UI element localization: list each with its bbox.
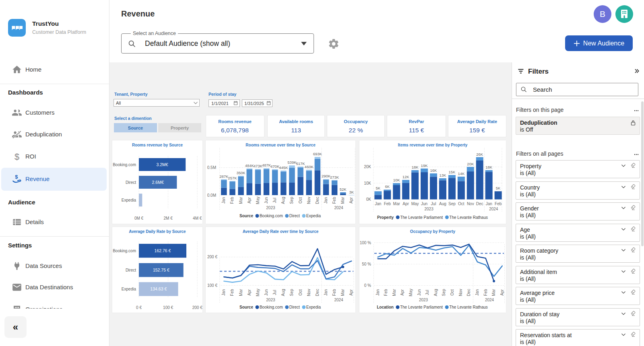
svg-text:52K: 52K [340, 187, 347, 192]
svg-text:May: May [409, 289, 413, 297]
svg-text:Sep: Sep [448, 202, 456, 206]
svg-text:Direct: Direct [289, 305, 300, 309]
svg-text:Rooms revenue by Source: Rooms revenue by Source [132, 143, 183, 147]
svg-text:$: $ [15, 174, 18, 180]
svg-text:257K: 257K [228, 176, 237, 180]
svg-text:13K: 13K [439, 173, 446, 177]
svg-text:2.6M€: 2.6M€ [152, 180, 164, 185]
svg-text:2023: 2023 [419, 298, 428, 302]
svg-text:Location: Location [377, 305, 394, 309]
svg-text:Feb: Feb [384, 289, 388, 296]
svg-text:Sep: Sep [289, 197, 294, 204]
svg-text:0K: 0K [366, 197, 372, 202]
svg-text:Dec: Dec [315, 289, 320, 296]
svg-text:Feb: Feb [332, 197, 336, 204]
svg-text:3.2M€: 3.2M€ [157, 162, 168, 167]
svg-text:Dec: Dec [315, 197, 320, 204]
svg-text:Direct: Direct [289, 214, 300, 218]
svg-text:460K: 460K [305, 165, 314, 169]
svg-text:12K: 12K [402, 175, 410, 179]
svg-text:Jan: Jan [475, 289, 479, 296]
svg-text:2024: 2024 [334, 206, 343, 210]
svg-text:Aug: Aug [439, 202, 446, 206]
svg-text:2024: 2024 [489, 207, 498, 211]
svg-text:0 %: 0 % [364, 283, 371, 288]
svg-text:Booking.com: Booking.com [113, 249, 136, 253]
svg-text:Source: Source [239, 214, 253, 218]
svg-text:Dec: Dec [476, 202, 483, 206]
svg-text:Jan: Jan [375, 202, 381, 206]
svg-text:350K: 350K [236, 171, 246, 175]
svg-text:445K: 445K [279, 165, 288, 170]
svg-text:517K: 517K [296, 161, 305, 166]
svg-text:Jun: Jun [264, 289, 268, 296]
svg-text:10K: 10K [393, 178, 400, 182]
svg-text:100 %: 100 % [360, 241, 371, 245]
svg-text:Expedia: Expedia [306, 214, 321, 218]
svg-text:Nov: Nov [467, 202, 474, 206]
svg-text:Dec: Dec [466, 289, 471, 296]
svg-text:Jan: Jan [221, 289, 226, 296]
svg-text:Apr: Apr [349, 289, 353, 296]
svg-text:Feb: Feb [495, 202, 502, 206]
svg-text:Jul: Jul [272, 198, 277, 203]
svg-text:100 €: 100 € [207, 283, 217, 288]
svg-text:May: May [256, 197, 260, 204]
svg-text:0.0M: 0.0M [207, 193, 216, 198]
svg-text:18K: 18K [412, 165, 419, 169]
svg-text:Apr: Apr [349, 197, 353, 204]
svg-text:2024: 2024 [485, 298, 494, 302]
svg-text:134.63 €: 134.63 € [150, 286, 167, 291]
svg-text:Expedia: Expedia [306, 305, 321, 309]
svg-text:484K: 484K [245, 163, 254, 168]
svg-text:Apr: Apr [247, 197, 252, 204]
svg-text:Apr: Apr [500, 289, 504, 296]
svg-text:Jan: Jan [486, 202, 492, 206]
svg-text:Oct: Oct [450, 289, 454, 296]
svg-text:0 €: 0 € [136, 305, 142, 310]
svg-text:Items revenue over time by Pro: Items revenue over time by Property [398, 143, 468, 147]
svg-text:26K: 26K [476, 152, 483, 157]
svg-text:487K: 487K [262, 163, 271, 167]
svg-text:Jan: Jan [324, 289, 328, 296]
svg-text:Mar: Mar [341, 197, 345, 204]
svg-text:Nov: Nov [458, 289, 463, 296]
svg-text:Oct: Oct [458, 202, 464, 206]
svg-text:The Levante Rathaus: The Levante Rathaus [449, 215, 488, 220]
svg-text:Occupancy by Property: Occupancy by Property [410, 229, 456, 234]
svg-text:May: May [411, 202, 419, 206]
svg-text:Mar: Mar [239, 289, 243, 296]
svg-text:Average Daily Rate by Source: Average Daily Rate by Source [129, 229, 186, 234]
svg-text:20K: 20K [364, 165, 371, 169]
svg-text:Jun: Jun [417, 289, 421, 296]
svg-text:Jan: Jan [324, 197, 328, 204]
svg-text:Nov: Nov [307, 197, 311, 204]
svg-text:539K: 539K [287, 160, 297, 165]
svg-text:0M €: 0M € [134, 216, 144, 220]
svg-text:Source: Source [239, 305, 253, 309]
svg-text:The Levante Parliament: The Levante Parliament [400, 215, 443, 220]
svg-text:4M €: 4M € [193, 216, 202, 220]
svg-text:Booking.com: Booking.com [260, 214, 283, 218]
svg-text:Mar: Mar [392, 289, 396, 296]
svg-text:3K: 3K [349, 190, 354, 194]
svg-text:Feb: Feb [483, 289, 488, 296]
svg-text:Aug: Aug [433, 289, 438, 296]
svg-text:Aug: Aug [281, 289, 285, 296]
svg-text:Mar: Mar [393, 202, 400, 206]
svg-text:Apr: Apr [247, 289, 252, 296]
svg-text:693K: 693K [313, 152, 322, 156]
svg-text:473K: 473K [254, 164, 263, 168]
svg-text:Mar: Mar [239, 197, 243, 204]
svg-text:May: May [256, 289, 260, 297]
svg-text:15K: 15K [448, 170, 456, 174]
svg-text:Expedia: Expedia [122, 287, 136, 291]
svg-text:Apr: Apr [400, 289, 405, 296]
svg-text:Booking.com: Booking.com [260, 305, 283, 309]
svg-text:6K: 6K [385, 184, 390, 189]
svg-text:Property: Property [377, 215, 394, 220]
svg-text:Jan: Jan [376, 289, 380, 296]
svg-text:Feb: Feb [332, 289, 336, 296]
svg-text:18K: 18K [485, 165, 493, 169]
svg-text:Jan: Jan [221, 197, 226, 204]
